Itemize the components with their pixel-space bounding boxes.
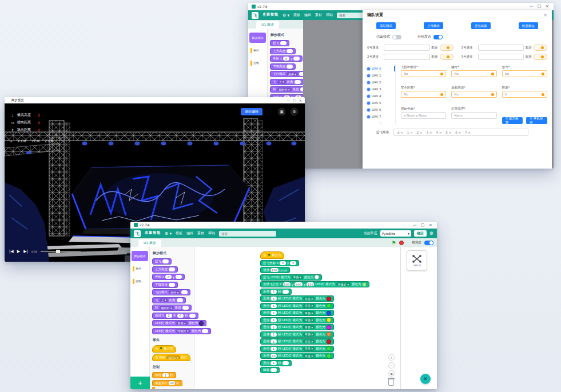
minimize-button[interactable]: — bbox=[412, 223, 417, 227]
takeoff-order-chips[interactable]: 0 ×1 × 2 ×3 × 4 ×5 × 6 ×7 × bbox=[393, 129, 528, 136]
gear-menu-icon[interactable]: ⚙ ▾ bbox=[165, 231, 172, 236]
search-input[interactable] bbox=[219, 231, 276, 237]
block[interactable]: 当⚑被点击 bbox=[260, 251, 284, 259]
block[interactable]: 悬停1秒LED灯 模式为常亮 ▾颜色为 bbox=[260, 310, 334, 316]
menu-item-edit[interactable]: 编辑 bbox=[304, 13, 311, 18]
close-button[interactable]: × bbox=[299, 98, 302, 102]
previous-button[interactable]: |◀ bbox=[9, 249, 14, 254]
settings-button[interactable]: ⚙ bbox=[291, 108, 298, 115]
block[interactable]: 曲线飞2至0秒 bbox=[152, 313, 198, 319]
base-mode-button[interactable]: 基站模式 bbox=[376, 22, 396, 29]
uav-list-item[interactable]: UAV 2 bbox=[367, 79, 394, 86]
menu-item-template[interactable]: 模板 bbox=[293, 13, 300, 18]
stop-icon[interactable] bbox=[399, 241, 404, 245]
block[interactable]: 当 接收消息1 ▾执行 bbox=[152, 354, 190, 361]
category-dance-mode[interactable]: 舞步模式 bbox=[249, 33, 266, 43]
block[interactable]: 下降高度 bbox=[270, 63, 296, 70]
calibrate-button[interactable]: ⊙ 能力标定 bbox=[502, 117, 523, 124]
maximize-button[interactable]: ▢ bbox=[536, 4, 542, 9]
list-expand-caret[interactable]: ⌄ bbox=[367, 120, 394, 124]
safe-distance-field[interactable]: No bbox=[401, 91, 446, 98]
radio-icon[interactable] bbox=[367, 67, 370, 70]
sim-mode-toggle[interactable] bbox=[392, 35, 401, 39]
block[interactable]: LED灯 模式为常亮 ▾颜色为 bbox=[152, 320, 206, 326]
ip-field[interactable]: No bbox=[401, 70, 446, 77]
block[interactable]: 悬停1秒LED灯 模式为常亮 ▾颜色为 bbox=[260, 317, 334, 323]
block[interactable]: 等待1秒 bbox=[152, 372, 176, 378]
block[interactable]: 起飞 bbox=[270, 40, 289, 46]
radio-icon[interactable] bbox=[367, 74, 370, 77]
channel-0-input[interactable] bbox=[384, 45, 430, 51]
block[interactable]: 悬停10秒LED灯 模式为常亮 ▾颜色为 bbox=[260, 353, 334, 359]
minimize-button[interactable]: — bbox=[528, 4, 534, 9]
block[interactable]: 起飞 bbox=[152, 258, 172, 265]
return-height-field[interactable]: No bbox=[451, 91, 496, 98]
block[interactable]: 悬停1秒 bbox=[260, 289, 292, 295]
radio-icon[interactable] bbox=[367, 115, 370, 118]
radio-icon[interactable] bbox=[367, 102, 370, 105]
block[interactable]: 上升高度 bbox=[270, 48, 296, 54]
restore-default-button[interactable]: 恢复默认 bbox=[519, 22, 538, 29]
zoom-out-button[interactable]: − bbox=[388, 362, 395, 369]
model-field[interactable]: No bbox=[502, 70, 547, 77]
led-order-field[interactable]: None bbox=[451, 112, 496, 119]
block[interactable]: 上升高度 bbox=[152, 266, 178, 273]
radio-icon[interactable] bbox=[367, 95, 370, 98]
block[interactable]: 悬停1秒LED灯 模式为常亮 ▾颜色为 bbox=[260, 331, 334, 338]
block[interactable]: 坐标 x0y bbox=[270, 55, 303, 62]
uav-sprite-card[interactable]: UAV 0 bbox=[407, 250, 427, 271]
channel-0-config[interactable] bbox=[440, 45, 453, 51]
menu-item-help[interactable]: 帮助 bbox=[208, 231, 215, 236]
green-flag-icon[interactable]: ⚑ bbox=[391, 240, 396, 246]
channel-2-config[interactable] bbox=[440, 54, 453, 60]
group-send-toggle[interactable] bbox=[433, 35, 443, 39]
save-single-button[interactable]: ⊙ 单机保存 bbox=[526, 117, 547, 124]
block[interactable]: 悬停1秒 bbox=[260, 360, 292, 366]
play-button[interactable]: ▶ bbox=[17, 249, 20, 254]
menu-item-assets[interactable]: 素材 bbox=[197, 231, 204, 236]
maximize-button[interactable]: ▢ bbox=[293, 98, 296, 102]
dialog-close-icon[interactable]: × bbox=[543, 13, 547, 18]
minimize-button[interactable]: — bbox=[287, 98, 290, 102]
simulator-toggle[interactable] bbox=[424, 241, 433, 245]
close-button[interactable]: × bbox=[428, 223, 433, 227]
confirm-button[interactable]: 确定 bbox=[414, 230, 427, 237]
channel-1-input[interactable] bbox=[478, 45, 524, 51]
tab-dance-1[interactable]: U1 舞步 bbox=[138, 239, 161, 247]
maximize-button[interactable]: ▢ bbox=[420, 223, 425, 227]
block[interactable]: 降落 bbox=[260, 367, 280, 373]
upload-dance-button[interactable]: 上传舞步 bbox=[424, 22, 443, 29]
block[interactable]: 飞行模式悬停 ▾ bbox=[152, 289, 190, 295]
block[interactable]: 下降高度 bbox=[152, 282, 178, 288]
block[interactable]: LED灯 模式为呼吸灯 ▾颜色为 bbox=[152, 328, 211, 334]
category-control[interactable]: 控制 bbox=[249, 58, 266, 68]
radio-icon[interactable] bbox=[367, 81, 370, 84]
block[interactable]: 直线飞行至 x500y400z150LED灯 模式为呼吸灯 ▾颜色为 bbox=[260, 281, 369, 287]
block[interactable]: 悬停1秒LED灯 模式为常亮 ▾颜色为 bbox=[260, 324, 334, 330]
block[interactable]: 起飞LED灯 模式为常亮 ▾颜色为 bbox=[260, 274, 322, 281]
uav-list-item[interactable]: UAV 5 bbox=[367, 99, 394, 106]
uav-list-item[interactable]: UAV 4 bbox=[367, 93, 394, 99]
category-events[interactable]: 事件 bbox=[249, 45, 266, 55]
menu-item-assets[interactable]: 素材 bbox=[315, 13, 322, 18]
initial-coord-field[interactable]: x:None y:None bbox=[401, 112, 446, 119]
block[interactable]: 坐标 x0y bbox=[152, 274, 185, 280]
block[interactable]: 悬停1秒LED灯 模式为常亮 ▾颜色为 bbox=[260, 303, 334, 309]
gear-menu-icon[interactable]: ⚙ ▾ bbox=[283, 13, 289, 18]
radio-icon[interactable] bbox=[367, 109, 370, 111]
progress-slider[interactable] bbox=[41, 251, 81, 252]
slider-handle[interactable] bbox=[56, 250, 60, 253]
next-button[interactable]: ▶| bbox=[23, 249, 28, 254]
channel-2-input[interactable] bbox=[384, 54, 430, 60]
block[interactable]: 重复执行10次 bbox=[152, 380, 182, 386]
menu-item-edit[interactable]: 编辑 bbox=[186, 231, 193, 236]
connect-fab-button[interactable]: ✕ bbox=[420, 374, 431, 384]
block[interactable]: 悬停1秒LED灯 模式为常亮 ▾颜色为 bbox=[260, 346, 334, 352]
snapshot-button[interactable]: ▣ bbox=[278, 108, 285, 115]
add-extension-button[interactable]: + bbox=[130, 377, 150, 389]
id-field[interactable]: No bbox=[451, 70, 496, 77]
block[interactable]: 当⚑被点击 bbox=[152, 345, 176, 353]
position-refresh-button[interactable]: 定位刷新 bbox=[471, 22, 491, 29]
category-events[interactable]: 事件 bbox=[132, 263, 148, 274]
script-workspace[interactable]: 当⚑被点击起飞坐标 x0y0速度100cm/s起飞LED灯 模式为常亮 ▾颜色为… bbox=[194, 247, 400, 389]
